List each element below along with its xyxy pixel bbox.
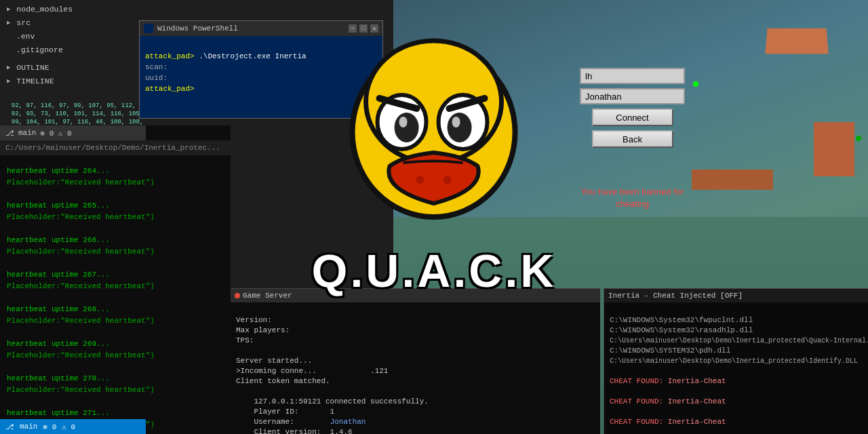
cheat-panel: Inertia - Cheat Injected [OFF] C:\WINDOW… [604, 288, 868, 434]
cheat-body: C:\WINDOWS\System32\fwpuclnt.dll C:\WIND… [604, 302, 868, 434]
terminal-line: Placeholder:"Received heartbeat") [7, 281, 224, 292]
tree-src[interactable]: ▶ src [1, 16, 144, 30]
svg-point-8 [399, 117, 408, 127]
terminal-line: heartbeat uptime 267... [7, 269, 224, 281]
svg-point-10 [416, 176, 425, 184]
game-server-terminal: Game Server Version: Max players: TPS: S… [231, 288, 600, 434]
terminal-line: heartbeat uptime 264... [7, 165, 224, 177]
powershell-icon [144, 24, 153, 33]
errors-count: ⊗ 0 ⚠ 0 [40, 129, 71, 138]
terminal-line: Placeholder:"Received heartbeat") [7, 350, 224, 361]
username-input[interactable] [580, 88, 685, 104]
branch-name: main [20, 422, 37, 431]
terminal-line: heartbeat uptime 265... [7, 200, 224, 212]
game-server-body: Version: Max players: TPS: Server starte… [231, 302, 600, 434]
tree-node-modules[interactable]: ▶ node_modules [1, 3, 144, 16]
back-button[interactable]: Back [592, 130, 673, 148]
cheat-title: Inertia - Cheat Injected [OFF] [608, 292, 743, 300]
branch-icon: ⎇ [5, 129, 14, 138]
duck-mascot [329, 27, 539, 258]
svg-point-9 [452, 117, 460, 127]
connect-button[interactable]: Connect [592, 108, 673, 126]
terminal-line: heartbeat uptime 268... [7, 304, 224, 315]
terminal-line: Placeholder:"Received heartbeat") [7, 384, 224, 396]
terminal-line: heartbeat uptime 270... [7, 373, 224, 384]
tree-timeline[interactable]: ▶ TIMELINE [1, 75, 144, 88]
svg-point-11 [443, 176, 452, 184]
terminal-line: Placeholder:"Received heartbeat") [7, 212, 224, 223]
tree-gitignore[interactable]: .gitignore [1, 43, 144, 57]
terminal-line: Placeholder:"Received heartbeat") [7, 246, 224, 258]
vscode-status-bar: ⎇ main ⊗ 0 ⚠ 0 [0, 419, 146, 434]
terminal-line: Placeholder:"Received heartbeat") [7, 177, 224, 189]
terminal-line: Placeholder:"Received heartbeat") [7, 315, 224, 327]
breadcrumb: C:/Users/mainuser/Desktop/Demo/Inertia_p… [0, 140, 231, 155]
game-indicator-2 [856, 136, 861, 141]
svg-point-6 [395, 113, 419, 142]
cheat-titlebar: Inertia - Cheat Injected [OFF] [604, 289, 868, 302]
vscode-activity-bar: ⎇ main ⊗ 0 ⚠ 0 [0, 125, 146, 140]
branch-icon: ⎇ [5, 422, 14, 431]
game-block-1 [765, 28, 828, 54]
terminal-dot [235, 293, 240, 298]
game-connect-dialog: Connect Back You have been banned forche… [580, 68, 685, 210]
game-server-title: Game Server [243, 292, 292, 300]
breadcrumb-path: C:/Users/mainuser/Desktop/Demo/Inertia_p… [5, 144, 220, 152]
terminal-line: heartbeat uptime 269... [7, 338, 224, 350]
terminal-line: heartbeat uptime 266... [7, 235, 224, 246]
game-block-2 [814, 122, 854, 176]
tree-env[interactable]: .env [1, 30, 144, 43]
error-count: ⊗ 0 [43, 422, 56, 431]
game-indicator-1 [693, 81, 698, 87]
vscode-code-panel: ▶ node_modules ▶ src .env .gitignore ▶ O… [0, 0, 146, 125]
game-block-3 [692, 170, 773, 190]
terminal-line: heartbeat uptime 271... [7, 408, 224, 419]
duck-logo-container: Q.U.A.C.K [312, 27, 557, 297]
svg-point-7 [448, 113, 472, 142]
app-title: Q.U.A.C.K [312, 244, 557, 297]
warning-count: ⚠ 0 [62, 422, 75, 431]
branch-name: main [18, 129, 36, 137]
server-ip-input[interactable] [580, 68, 685, 84]
terminal-left: heartbeat uptime 263... Placeholder:"Rec… [0, 125, 231, 434]
ban-message: You have been banned forcheating [580, 186, 684, 210]
tree-outline[interactable]: ▶ OUTLINE [1, 61, 144, 75]
powershell-title: Windows PowerShell [157, 24, 238, 33]
